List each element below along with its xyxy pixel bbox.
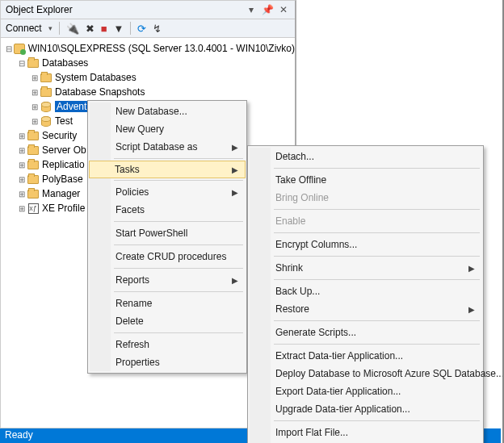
- menu-new-database[interactable]: New Database...: [90, 102, 245, 120]
- menu-policies[interactable]: Policies▶: [90, 183, 245, 201]
- menu-generate-scripts[interactable]: Generate Scripts...: [250, 324, 481, 341]
- refresh-icon[interactable]: ⟳: [137, 23, 146, 35]
- toolbar: Connect ▾ 🔌 ✖ ■ ▼ ⟳ ↯: [1, 19, 295, 38]
- menu-detach[interactable]: Detach...: [250, 148, 481, 165]
- dropdown-icon[interactable]: ▾: [245, 3, 258, 16]
- context-menu: New Database... New Query Script Databas…: [87, 100, 247, 374]
- menu-separator: [114, 244, 243, 245]
- menu-separator: [114, 180, 243, 181]
- activity-icon[interactable]: ↯: [153, 23, 162, 35]
- menu-separator: [114, 291, 243, 292]
- menu-take-offline[interactable]: Take Offline: [250, 171, 481, 189]
- menu-separator: [274, 279, 480, 280]
- expand-icon[interactable]: ⊞: [17, 132, 27, 140]
- server-node[interactable]: ⊟WIN10\SQLEXPRESS (SQL Server 13.0.4001 …: [1, 41, 295, 56]
- submenu-arrow-icon: ▶: [468, 305, 475, 314]
- menu-encrypt[interactable]: Encrypt Columns...: [250, 236, 481, 253]
- folder-icon: [27, 144, 40, 157]
- folder-icon: [27, 129, 40, 142]
- collapse-icon[interactable]: ⊟: [4, 44, 14, 53]
- menu-facets[interactable]: Facets: [90, 201, 245, 219]
- submenu-arrow-icon: ▶: [232, 165, 238, 174]
- menu-rename[interactable]: Rename: [90, 295, 245, 312]
- menu-separator: [114, 221, 243, 222]
- separator: [130, 22, 131, 35]
- menu-separator: [274, 168, 480, 169]
- stop-icon[interactable]: ■: [101, 23, 107, 35]
- menu-bring-online: Bring Online: [250, 189, 481, 207]
- collapse-icon[interactable]: ⊟: [17, 59, 27, 68]
- panel-titlebar: Object Explorer ▾ 📌 ✕: [1, 1, 295, 19]
- menu-shrink[interactable]: Shrink▶: [250, 259, 481, 277]
- server-icon: [13, 42, 25, 55]
- folder-icon: [27, 173, 40, 186]
- tasks-submenu: Detach... Take Offline Bring Online Enab…: [247, 145, 484, 443]
- sysdb-node[interactable]: ⊞System Databases: [1, 70, 295, 85]
- menu-separator: [274, 320, 480, 321]
- menu-tasks[interactable]: Tasks▶: [89, 161, 246, 178]
- menu-separator: [274, 209, 480, 210]
- submenu-arrow-icon: ▶: [232, 276, 238, 285]
- menu-import-flat[interactable]: Import Flat File...: [250, 424, 481, 441]
- menu-script-database[interactable]: Script Database as▶: [90, 138, 245, 156]
- menu-reports[interactable]: Reports▶: [90, 271, 245, 289]
- menu-refresh[interactable]: Refresh: [90, 336, 245, 353]
- menu-new-query[interactable]: New Query: [90, 120, 245, 138]
- filter-icon[interactable]: ▼: [114, 23, 124, 35]
- xe-icon: xƒ: [27, 202, 40, 215]
- menu-enable: Enable: [250, 212, 481, 230]
- menu-restore[interactable]: Restore▶: [250, 300, 481, 318]
- folder-icon: [40, 71, 52, 84]
- connect-dropdown-icon[interactable]: ▾: [48, 24, 52, 32]
- pin-icon[interactable]: 📌: [261, 3, 274, 16]
- databases-node[interactable]: ⊟Databases: [1, 56, 295, 70]
- expand-icon[interactable]: ⊞: [17, 146, 27, 155]
- database-icon: [40, 100, 52, 113]
- connect-button[interactable]: Connect: [6, 23, 42, 34]
- menu-separator: [114, 268, 243, 269]
- expand-icon[interactable]: ⊞: [30, 88, 40, 97]
- submenu-arrow-icon: ▶: [468, 264, 475, 273]
- menu-properties[interactable]: Properties: [90, 353, 245, 371]
- menu-separator: [274, 256, 480, 257]
- menu-separator: [274, 420, 480, 421]
- menu-backup[interactable]: Back Up...: [250, 282, 481, 300]
- submenu-arrow-icon: ▶: [232, 188, 238, 197]
- expand-icon[interactable]: ⊞: [17, 161, 27, 169]
- expand-icon[interactable]: ⊞: [30, 73, 40, 82]
- menu-separator: [114, 332, 243, 333]
- close-icon[interactable]: ✕: [277, 3, 290, 16]
- separator: [59, 22, 60, 35]
- menu-deploy-azure[interactable]: Deploy Database to Microsoft Azure SQL D…: [250, 365, 481, 382]
- expand-icon[interactable]: ⊞: [30, 117, 40, 126]
- database-icon: [40, 115, 52, 127]
- expand-icon[interactable]: ⊞: [17, 204, 27, 213]
- menu-separator: [274, 232, 480, 233]
- disconnect-icon[interactable]: ✖: [86, 23, 94, 35]
- menu-extract-datatier[interactable]: Extract Data-tier Application...: [250, 347, 481, 365]
- menu-delete[interactable]: Delete: [90, 312, 245, 330]
- menu-separator: [274, 344, 480, 345]
- connect-icon[interactable]: 🔌: [66, 23, 79, 35]
- panel-title: Object Explorer: [6, 4, 242, 15]
- expand-icon[interactable]: ⊞: [17, 175, 27, 184]
- expand-icon[interactable]: ⊞: [17, 190, 27, 199]
- folder-icon: [27, 187, 40, 200]
- menu-export-datatier[interactable]: Export Data-tier Application...: [250, 382, 481, 400]
- menu-powershell[interactable]: Start PowerShell: [90, 224, 245, 242]
- folder-icon: [40, 86, 52, 98]
- submenu-arrow-icon: ▶: [232, 143, 238, 152]
- folder-icon: [27, 56, 40, 69]
- menu-upgrade-datatier[interactable]: Upgrade Data-tier Application...: [250, 400, 481, 418]
- expand-icon[interactable]: ⊞: [30, 102, 40, 111]
- menu-separator: [114, 158, 243, 159]
- menu-crud[interactable]: Create CRUD procedures: [90, 248, 245, 265]
- snapshots-node[interactable]: ⊞Database Snapshots: [1, 85, 295, 99]
- folder-icon: [27, 158, 40, 171]
